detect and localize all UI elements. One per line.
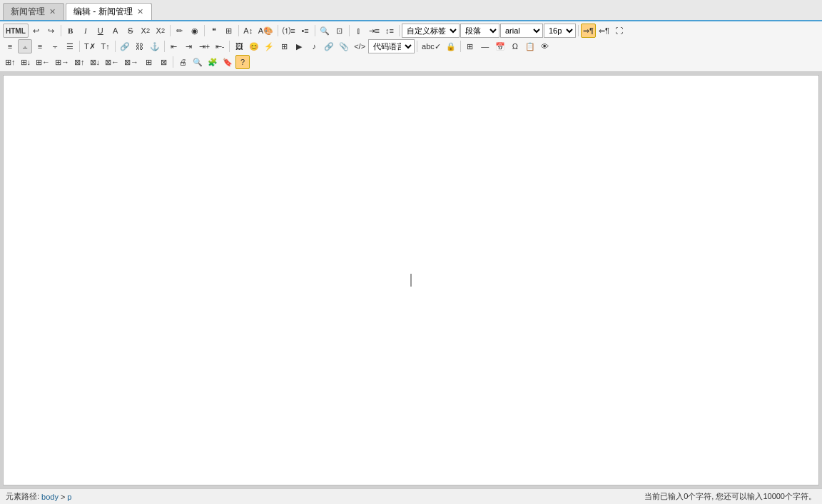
separator [170,25,171,36]
status-bar: 元素路径: body > p 当前已输入0个字符, 您还可以输入10000个字符… [0,488,822,504]
separator [173,56,173,68]
font-size-select[interactable]: 16px 12px 14px 18px [544,24,576,38]
insert-video-button[interactable]: ▶ [292,39,306,53]
anchor-button[interactable]: ⚓ [148,39,162,53]
table-op10[interactable]: ⊠ [156,55,171,69]
direction-rtl-button[interactable]: ⇐¶ [597,24,612,38]
table-delete-row[interactable]: ⊠↑ [72,55,87,69]
source-button[interactable]: ⊡ [333,24,347,38]
table-insert-row-below[interactable]: ⊞↓ [19,55,34,69]
preview-button[interactable]: 👁 [538,39,552,53]
indent-button[interactable]: ⇥≡ [367,24,382,38]
separator [204,25,205,36]
separator [238,25,239,36]
separator [399,25,400,36]
direction-ltr-button[interactable]: ⇒¶ [581,24,596,38]
table-delete-col[interactable]: ⊠↓ [88,55,103,69]
clear-format-button[interactable]: T✗ [82,39,98,53]
indent-less-button[interactable]: ⇤ [167,39,181,53]
puzzle-button[interactable]: 🧩 [206,55,220,69]
tab-news-manage[interactable]: 新闻管理 ✕ [3,3,64,20]
table2-button[interactable]: ⊞ [463,39,477,53]
readonly-button[interactable]: 🔒 [444,39,458,53]
outdent-button[interactable]: ⇤- [213,39,227,53]
insert-link-button[interactable]: 🔗 [118,39,132,53]
blockquote-button[interactable]: ❝ [207,24,221,38]
ordered-list-button[interactable]: ⑴≡ [280,24,297,38]
table-merge-left[interactable]: ⊠← [103,55,121,69]
element-path: 元素路径: body > p [6,491,71,502]
align-right-button[interactable]: ⫟ [48,39,62,53]
uppercase-button[interactable]: T↑ [98,39,113,53]
path-body-link[interactable]: body [41,493,59,501]
path-sep: > [61,493,65,501]
subscript-button[interactable]: X2 [153,24,168,38]
align-opts-button[interactable]: ⫿ [352,24,366,38]
align-left-button[interactable]: ⫠ [18,39,32,53]
print-button[interactable]: 🖨 [176,55,190,69]
lineheight-button[interactable]: ↕≡ [382,24,397,38]
undo-button[interactable]: ↩ [29,24,44,38]
insert-code-button[interactable]: </> [352,39,367,53]
toolbar-row-1: HTML ↩ ↪ B I U A S X2 X2 ✏ ◉ ❝ ⊞ A↕ A🎨 ⑴… [3,23,819,38]
tab-close-icon[interactable]: ✕ [49,7,56,16]
align-all-button[interactable]: ≡ [3,39,17,53]
unordered-list-button[interactable]: •≡ [298,24,313,38]
insert-box-button[interactable]: ⊞ [222,24,236,38]
font-size-a-button[interactable]: A↕ [241,24,255,38]
code-lang-select[interactable]: 代码语言 HTML CSS JavaScript [368,39,415,53]
table-insert-col-left[interactable]: ⊞← [34,55,52,69]
bold-button[interactable]: B [64,24,78,38]
editor-cursor [411,274,412,287]
insert-link2-button[interactable]: 🔗 [322,39,336,53]
path-p-link[interactable]: p [67,493,71,501]
path-label: 元素路径: [6,491,39,502]
text-color2-button[interactable]: A🎨 [256,24,275,38]
indent-more2-button[interactable]: ⇥+ [197,39,212,53]
editor-frame[interactable] [3,75,819,485]
font-color-button[interactable]: A [108,24,123,38]
redo-button[interactable]: ↪ [44,24,59,38]
style-select[interactable]: 自定义标签 段落 标题1 [402,24,460,38]
italic-button[interactable]: I [78,24,93,38]
color-picker-button[interactable]: ◉ [188,24,202,38]
strikethrough-button[interactable]: S [123,24,138,38]
toolbar-area: HTML ↩ ↪ B I U A S X2 X2 ✏ ◉ ❝ ⊞ A↕ A🎨 ⑴… [0,21,822,72]
bookmark-button[interactable]: 🔖 [220,55,235,69]
insert-date-button[interactable]: 📅 [493,39,507,53]
table-insert-col-right[interactable]: ⊞→ [53,55,71,69]
fullscreen-button[interactable]: ⛶ [612,24,626,38]
zoom-button[interactable]: 🔍 [191,55,205,69]
para-select[interactable]: 段落 标题1 标题2 [460,24,499,38]
insert-music-button[interactable]: ♪ [307,39,321,53]
insert-table-button[interactable]: ⊞ [277,39,291,53]
html-mode-button[interactable]: HTML [3,24,29,38]
table-insert-row-above[interactable]: ⊞↑ [3,55,18,69]
spell-check-button[interactable]: abc✓ [420,39,443,53]
insert-emoji-button[interactable]: 😊 [247,39,261,53]
special-char-button[interactable]: Ω [508,39,522,53]
find-button[interactable]: 🔍 [318,24,332,38]
insert-file-button[interactable]: 📎 [337,39,351,53]
unlink-button[interactable]: ⛓ [133,39,147,53]
help-button[interactable]: ? [235,55,250,69]
insert-flash-button[interactable]: ⚡ [262,39,276,53]
insert-hr-button[interactable]: — [478,39,492,53]
insert-form-button[interactable]: 📋 [523,39,537,53]
tab-close-icon[interactable]: ✕ [136,7,144,16]
tab-edit-news[interactable]: 编辑 - 新闻管理 ✕ [66,3,152,20]
table-op9[interactable]: ⊞ [141,55,156,69]
font-select[interactable]: arial 宋体 黑体 [500,24,543,38]
superscript-button[interactable]: X2 [138,24,153,38]
align-justify-button[interactable]: ☰ [63,39,77,53]
underline-button[interactable]: U [93,24,108,38]
separator [417,41,417,52]
insert-image-button[interactable]: 🖼 [232,39,246,53]
toolbar-row-3: ⊞↑ ⊞↓ ⊞← ⊞→ ⊠↑ ⊠↓ ⊠← ⊠→ ⊞ ⊠ 🖨 🔍 🧩 🔖 ? [3,54,819,70]
highlight-button[interactable]: ✏ [173,24,187,38]
table-merge-right[interactable]: ⊠→ [122,55,141,69]
separator [115,41,116,52]
align-center-button[interactable]: ≡ [33,39,47,53]
indent-more-button[interactable]: ⇥ [182,39,196,53]
toolbar-row-2: ≡ ⫠ ≡ ⫟ ☰ T✗ T↑ 🔗 ⛓ ⚓ ⇤ ⇥ ⇥+ ⇤- 🖼 😊 ⚡ ⊞ … [3,38,819,54]
